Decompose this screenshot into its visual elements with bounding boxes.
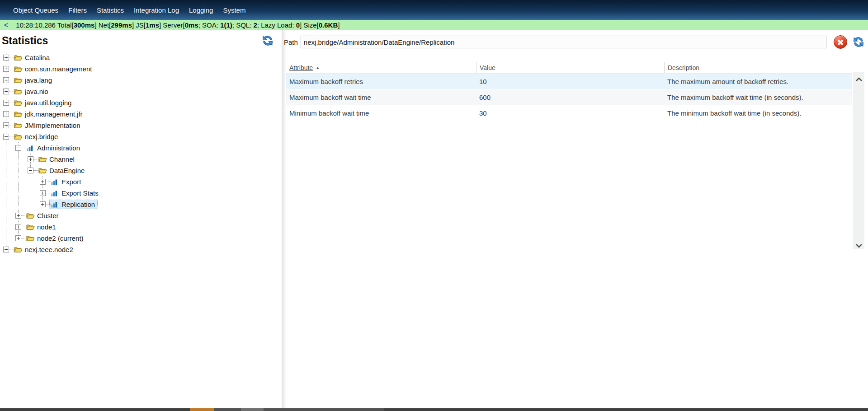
tree-item-label: node1 xyxy=(37,223,56,231)
menu-item-object-queues[interactable]: Object Queues xyxy=(8,6,63,14)
path-label: Path xyxy=(284,38,298,46)
collapse-icon[interactable] xyxy=(28,168,33,173)
expand-icon[interactable] xyxy=(3,247,9,252)
expand-icon[interactable] xyxy=(40,190,46,196)
menu-item-logging[interactable]: Logging xyxy=(184,6,218,14)
refresh-tree-icon[interactable] xyxy=(261,34,274,47)
expand-icon[interactable] xyxy=(3,89,9,94)
folder-icon xyxy=(14,88,23,95)
details-panel: Path Attribute ▲ Value Description Ma xyxy=(282,30,868,408)
status-text: 10:28:10.286 Total[300ms] Net[299ms] JS[… xyxy=(16,21,340,29)
tree-item-node1[interactable]: node1 xyxy=(0,221,281,233)
menu-item-system[interactable]: System xyxy=(218,6,250,14)
statistics-tree: Catalinacom.sun.managementjava.langjava.… xyxy=(0,52,281,255)
column-header-description[interactable]: Description xyxy=(664,62,852,73)
folder-icon xyxy=(14,65,23,72)
expand-icon[interactable] xyxy=(15,224,21,230)
tree-item-node2-current[interactable]: node2 (current) xyxy=(0,233,281,244)
tree-item-administration[interactable]: Administration xyxy=(0,142,281,154)
tree-item-java-util-logging[interactable]: java.util.logging xyxy=(0,97,281,108)
cell-value: 30 xyxy=(476,109,664,117)
tree-item-java-nio[interactable]: java.nio xyxy=(0,86,281,97)
expand-icon[interactable] xyxy=(3,55,9,61)
tree-item-nexj-teee-node2[interactable]: nexj.teee.node2 xyxy=(0,244,281,255)
folder-icon xyxy=(26,212,35,219)
tree-item-catalina[interactable]: Catalina xyxy=(0,52,281,63)
folder-icon xyxy=(14,77,23,84)
tree-item-label: Export xyxy=(61,178,81,186)
expand-icon[interactable] xyxy=(28,156,33,162)
expand-icon[interactable] xyxy=(15,213,21,219)
menu-item-integration-log[interactable]: Integration Log xyxy=(129,6,184,14)
cell-description: The maximum amount of backoff retries. xyxy=(664,78,852,85)
bar-chart-icon xyxy=(51,190,59,196)
refresh-table-icon[interactable] xyxy=(852,35,865,49)
menu-item-filters[interactable]: Filters xyxy=(63,6,92,14)
taskbar-sliver xyxy=(0,408,868,411)
sort-ascending-icon: ▲ xyxy=(316,65,320,70)
tree-item-dataengine[interactable]: DataEngine xyxy=(0,165,281,176)
table-row[interactable]: Minimum backoff wait time30The minimum b… xyxy=(286,105,852,121)
taskbar-segment xyxy=(264,408,384,411)
vertical-scrollbar[interactable] xyxy=(853,72,864,249)
close-icon[interactable] xyxy=(834,35,847,49)
expand-icon[interactable] xyxy=(15,235,21,241)
collapse-icon[interactable] xyxy=(15,145,21,151)
expand-icon[interactable] xyxy=(3,66,9,72)
bar-chart-icon xyxy=(51,178,59,185)
folder-icon xyxy=(38,167,47,174)
tree-item-channel[interactable]: Channel xyxy=(0,154,281,165)
cell-description: The minimum backoff wait time (in second… xyxy=(664,109,852,117)
tree-item-label: java.nio xyxy=(25,88,48,95)
table-header: Attribute ▲ Value Description xyxy=(286,62,852,74)
tree-item-label: Catalina xyxy=(25,54,50,61)
expand-icon[interactable] xyxy=(40,179,46,185)
cell-description: The maximum backoff wait time (in second… xyxy=(664,93,852,101)
column-header-attribute[interactable]: Attribute ▲ xyxy=(286,62,476,73)
expand-icon[interactable] xyxy=(40,201,46,207)
tree-item-label: JMImplementation xyxy=(25,121,80,129)
tree-item-label: nexj.bridge xyxy=(25,133,58,140)
folder-icon xyxy=(14,133,23,140)
tree-item-replication[interactable]: Replication xyxy=(0,199,281,210)
expand-icon[interactable] xyxy=(3,100,9,106)
statistics-console: Object QueuesFiltersStatisticsIntegratio… xyxy=(0,0,868,411)
tree-item-label: java.lang xyxy=(25,76,52,84)
expand-icon[interactable] xyxy=(3,77,9,83)
statistics-panel: Statistics Catalinacom.sun.managementjav… xyxy=(0,30,281,408)
tree-item-nexj-bridge[interactable]: nexj.bridge xyxy=(0,131,281,142)
tree-item-java-lang[interactable]: java.lang xyxy=(0,75,281,86)
folder-icon xyxy=(26,224,35,230)
table-row[interactable]: Maximum backoff wait time600The maximum … xyxy=(286,89,852,105)
tree-item-label: Channel xyxy=(49,155,75,163)
table-row[interactable]: Maximum backoff retries10The maximum amo… xyxy=(286,74,852,89)
scroll-up-icon[interactable] xyxy=(855,75,863,80)
cell-value: 600 xyxy=(476,93,664,101)
page-title: Statistics xyxy=(2,35,48,47)
tree-item-jdk-management-jfr[interactable]: jdk.management.jfr xyxy=(0,108,281,120)
menu-bar: Object QueuesFiltersStatisticsIntegratio… xyxy=(0,0,868,20)
folder-icon xyxy=(14,111,23,117)
tree-item-export[interactable]: Export xyxy=(0,176,281,187)
folder-icon xyxy=(14,246,23,253)
back-arrow[interactable]: < xyxy=(4,21,8,29)
tree-item-com-sun-management[interactable]: com.sun.management xyxy=(0,63,281,75)
tree-item-cluster[interactable]: Cluster xyxy=(0,210,281,221)
taskbar-segment xyxy=(241,408,264,411)
bar-chart-icon xyxy=(26,145,35,151)
expand-icon[interactable] xyxy=(3,111,9,117)
folder-icon xyxy=(38,156,47,163)
column-header-value[interactable]: Value xyxy=(476,62,664,73)
path-input[interactable] xyxy=(301,36,826,48)
status-bar: <10:28:10.286 Total[300ms] Net[299ms] JS… xyxy=(0,20,868,30)
folder-icon xyxy=(14,99,23,106)
collapse-icon[interactable] xyxy=(3,134,9,140)
expand-icon[interactable] xyxy=(3,122,9,128)
tree-item-jmimplementation[interactable]: JMImplementation xyxy=(0,120,281,131)
taskbar-segment xyxy=(214,408,241,411)
attribute-table: Maximum backoff retries10The maximum amo… xyxy=(286,74,852,121)
tree-item-export-stats[interactable]: Export Stats xyxy=(0,187,281,199)
tree-item-label: Replication xyxy=(61,201,95,208)
menu-item-statistics[interactable]: Statistics xyxy=(92,6,129,14)
scroll-down-icon[interactable] xyxy=(855,242,863,246)
